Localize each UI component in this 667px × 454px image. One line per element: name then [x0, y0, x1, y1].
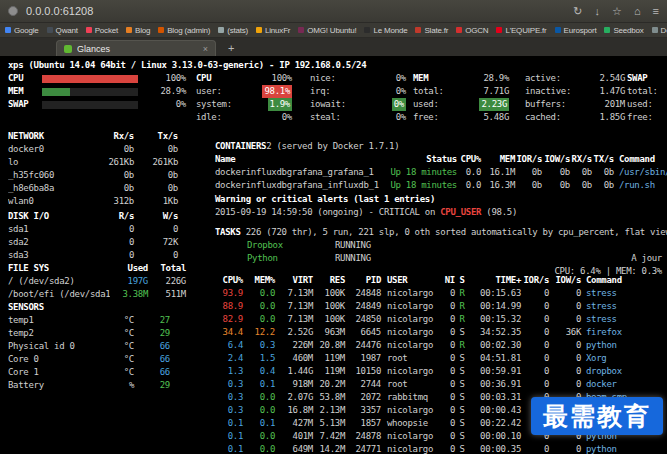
- tab-close-icon[interactable]: ×: [203, 44, 208, 54]
- container-rx: 0b: [570, 179, 592, 192]
- quicklook-label: MEM: [8, 85, 42, 98]
- proc-cpu: 34.4: [215, 326, 243, 339]
- url-bar[interactable]: 0.0.0.0:61208: [26, 5, 565, 17]
- sensor-name: Physical id 0: [8, 340, 104, 353]
- bookmark-label: Google: [14, 26, 39, 35]
- process-col-header[interactable]: Command: [581, 274, 667, 287]
- bookmark-item[interactable]: Google: [5, 26, 39, 35]
- stat-label: iowait:: [310, 98, 392, 111]
- proc-user: nicolargo: [381, 326, 439, 339]
- stat-column: SWAPtotal:used:free:: [627, 72, 667, 124]
- bookmark-favicon: [364, 27, 370, 33]
- sensor-name: temp1: [8, 314, 104, 327]
- proc-res: 2.13M: [313, 404, 345, 417]
- bookmark-star-icon[interactable]: ☆: [612, 5, 622, 18]
- process-col-header[interactable]: IOR/s: [521, 274, 549, 287]
- containers-title: CONTAINERS: [215, 140, 266, 153]
- site-identity-icon[interactable]: [8, 6, 18, 16]
- new-tab-button[interactable]: +: [222, 40, 240, 56]
- proc-virt: 2.07G: [275, 391, 313, 404]
- proc-res: 5.13M: [313, 417, 345, 430]
- fs-mountpoint: / (/dev/sda2): [8, 275, 110, 288]
- bookmark-item[interactable]: LinuxFr: [256, 26, 290, 35]
- container-col-header: Command: [614, 153, 667, 166]
- stat-row: total:7.71G: [413, 85, 509, 98]
- fs-row: / (/dev/sda2)197G226G: [8, 275, 186, 288]
- stat-row: used:: [627, 98, 667, 111]
- alert-text: 2015-09-19 14:59:50 (ongoing) - CRITICAL…: [215, 207, 440, 217]
- sensor-value: 29: [134, 379, 170, 392]
- bookmark-item[interactable]: Slate.fr: [415, 26, 448, 35]
- proc-ior: 0: [521, 443, 549, 454]
- process-col-header[interactable]: TIME+: [469, 274, 521, 287]
- container-status: Up 18 minutes: [385, 166, 457, 179]
- proc-state: S: [455, 404, 469, 417]
- bookmark-item[interactable]: Pocket: [86, 26, 118, 35]
- bookmark-item[interactable]: Le Monde: [364, 26, 407, 35]
- home-icon[interactable]: ⌂: [634, 5, 641, 18]
- stat-label: idle:: [196, 111, 282, 124]
- tab-favicon-icon: [64, 45, 72, 53]
- bookmark-label: Eurosport: [564, 26, 597, 35]
- bookmark-item[interactable]: (stats): [218, 26, 248, 35]
- bookmark-favicon: [47, 27, 53, 33]
- bookmark-item[interactable]: Dev: [652, 26, 667, 35]
- menu-icon[interactable]: ≡: [653, 5, 659, 18]
- bookmark-item[interactable]: Blog (admin): [158, 26, 210, 35]
- proc-pid: 6645: [345, 326, 381, 339]
- containers-subtitle: 2 (served by Docker 1.7.1): [266, 140, 399, 153]
- bookmark-item[interactable]: L'EQUIPE.fr: [496, 26, 546, 35]
- network-row: _h8e6ba8a0b0b: [8, 182, 178, 195]
- proc-command: Xorg: [581, 352, 667, 365]
- network-name: _h35fc060: [8, 169, 90, 182]
- bookmark-label: Slate.fr: [424, 26, 448, 35]
- process-row: 0.30.1918M20.2M2744root0S00:36.9100docke…: [215, 378, 667, 391]
- bookmark-item[interactable]: OGCN: [456, 26, 488, 35]
- bookmark-label: Seedbox: [613, 26, 643, 35]
- disk-value: 0: [90, 249, 134, 262]
- process-col-header[interactable]: PID: [345, 274, 381, 287]
- stat-value: 98.1%: [262, 85, 292, 98]
- network-section: NETWORKRx/sTx/sdocker00b0blo261Kb261Kb_h…: [8, 130, 178, 208]
- sensor-name: Core 1: [8, 366, 104, 379]
- process-col-header[interactable]: VIRT: [275, 274, 313, 287]
- container-mem: 16.1M: [481, 166, 515, 179]
- col-header: Tx/s: [134, 130, 178, 143]
- stat-value: 0%: [282, 111, 292, 124]
- network-value: 312b: [90, 195, 134, 208]
- bookmark-item[interactable]: Seedbox: [604, 26, 643, 35]
- amp-name: Dropbox: [247, 239, 335, 252]
- bookmark-item[interactable]: Qwant: [47, 26, 78, 35]
- process-col-header[interactable]: RES: [313, 274, 345, 287]
- downloads-icon[interactable]: ↓: [595, 5, 601, 18]
- proc-iow: 0: [549, 287, 581, 300]
- stat-label: cached:: [525, 111, 599, 124]
- process-col-header[interactable]: IOW/s: [549, 274, 581, 287]
- proc-iow: 0: [549, 300, 581, 313]
- tab-glances[interactable]: Glances ×: [56, 40, 216, 56]
- bookmark-item[interactable]: Blog: [126, 26, 150, 35]
- col-header: Used: [110, 262, 148, 275]
- proc-user: nicolargo: [381, 313, 439, 326]
- proc-state: S: [455, 365, 469, 378]
- bookmark-item[interactable]: OMG! Ubuntu!: [298, 26, 356, 35]
- amp-status: RUNNING: [335, 239, 411, 252]
- proc-pid: 3357: [345, 404, 381, 417]
- process-col-header[interactable]: NI: [439, 274, 455, 287]
- process-col-header[interactable]: USER: [381, 274, 439, 287]
- stat-label: inactive:: [525, 85, 599, 98]
- reload-icon[interactable]: ↻: [573, 5, 582, 18]
- bookmark-label: OMG! Ubuntu!: [307, 26, 356, 35]
- process-col-header[interactable]: S: [455, 274, 469, 287]
- stat-row: buffers:201M: [525, 98, 625, 111]
- proc-virt: 226M: [275, 339, 313, 352]
- process-col-header[interactable]: MEM%: [243, 274, 275, 287]
- process-col-header[interactable]: CPU%: [215, 274, 243, 287]
- network-value: 0b: [134, 182, 178, 195]
- proc-pid: 24878: [345, 430, 381, 443]
- proc-mem: 0.0: [243, 391, 275, 404]
- bookmark-item[interactable]: Eurosport: [555, 26, 597, 35]
- proc-res: 100K: [313, 300, 345, 313]
- stat-value: 100%: [272, 72, 292, 85]
- sensor-unit: %: [104, 379, 134, 392]
